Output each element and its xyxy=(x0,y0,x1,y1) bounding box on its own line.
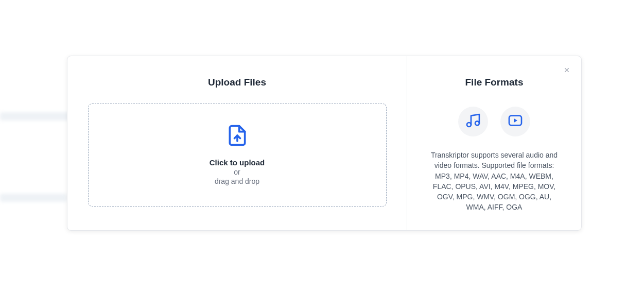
close-icon xyxy=(563,66,570,75)
upload-modal: Upload Files Click to upload or drag and… xyxy=(67,56,582,231)
close-button[interactable] xyxy=(561,64,573,77)
background-blur-text xyxy=(0,194,67,202)
file-upload-icon xyxy=(226,124,249,158)
upload-dropzone[interactable]: Click to upload or drag and drop xyxy=(88,104,387,207)
upload-primary-text: Click to upload xyxy=(210,158,265,167)
svg-point-3 xyxy=(467,123,471,127)
upload-title: Upload Files xyxy=(208,77,266,88)
format-icons-row xyxy=(458,107,530,136)
svg-marker-6 xyxy=(514,118,517,123)
upload-panel: Upload Files Click to upload or drag and… xyxy=(67,56,407,230)
video-icon xyxy=(507,112,524,131)
formats-description: Transkriptor supports several audio and … xyxy=(427,150,561,213)
background-blur-text xyxy=(0,112,72,121)
formats-title: File Formats xyxy=(465,77,524,88)
upload-or-text: or xyxy=(234,168,240,176)
video-format-badge xyxy=(500,107,530,136)
svg-point-4 xyxy=(475,121,479,125)
formats-panel: File Formats xyxy=(407,56,581,230)
music-icon xyxy=(465,112,481,131)
upload-secondary-text: drag and drop xyxy=(215,177,259,185)
audio-format-badge xyxy=(458,107,488,136)
